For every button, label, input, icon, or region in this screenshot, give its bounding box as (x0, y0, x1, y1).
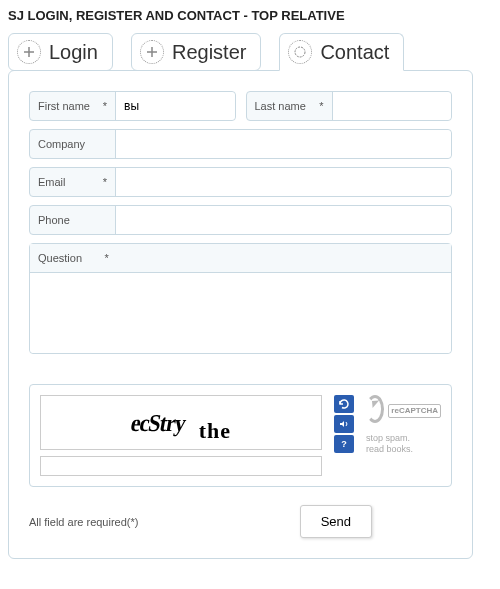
contact-icon (288, 40, 312, 64)
company-input[interactable] (115, 130, 451, 158)
first-name-input[interactable] (115, 92, 235, 120)
recaptcha-logo-icon (366, 395, 384, 423)
required-note: All field are required(*) (29, 516, 138, 528)
label-question: Question * (30, 244, 451, 273)
captcha-input[interactable] (40, 456, 322, 476)
contact-panel: First name * Last name * Company Email (8, 70, 473, 559)
tab-login[interactable]: Login (8, 33, 113, 71)
field-question: Question * (29, 243, 452, 354)
label-company: Company (30, 130, 115, 158)
captcha-refresh-icon[interactable] (334, 395, 354, 413)
captcha-brand: reCAPTCHA stop spam. read books. (366, 395, 441, 455)
question-textarea[interactable] (30, 273, 451, 353)
field-last-name: Last name * (246, 91, 453, 121)
tab-contact[interactable]: Contact (279, 33, 404, 71)
field-email: Email * (29, 167, 452, 197)
label-phone: Phone (30, 206, 115, 234)
label-last-name: Last name * (247, 92, 332, 120)
tab-register[interactable]: Register (131, 33, 261, 71)
captcha-buttons: ? (334, 395, 354, 453)
captcha-widget: ecStry the ? reCAPTCHA stop spam. read b… (29, 384, 452, 487)
tab-login-label: Login (49, 41, 98, 64)
captcha-image: ecStry the (40, 395, 322, 450)
register-icon (140, 40, 164, 64)
module-title: SJ LOGIN, REGISTER AND CONTACT - TOP REL… (8, 8, 492, 23)
label-first-name: First name * (30, 92, 115, 120)
label-email: Email * (30, 168, 115, 196)
field-company: Company (29, 129, 452, 159)
phone-input[interactable] (115, 206, 451, 234)
last-name-input[interactable] (332, 92, 452, 120)
svg-text:?: ? (341, 439, 347, 449)
svg-point-0 (295, 47, 305, 57)
tab-contact-label: Contact (320, 41, 389, 64)
email-input[interactable] (115, 168, 451, 196)
field-first-name: First name * (29, 91, 236, 121)
field-phone: Phone (29, 205, 452, 235)
captcha-audio-icon[interactable] (334, 415, 354, 433)
captcha-help-icon[interactable]: ? (334, 435, 354, 453)
send-button[interactable]: Send (300, 505, 372, 538)
tab-register-label: Register (172, 41, 246, 64)
login-icon (17, 40, 41, 64)
tabs: Login Register Contact (8, 33, 492, 71)
